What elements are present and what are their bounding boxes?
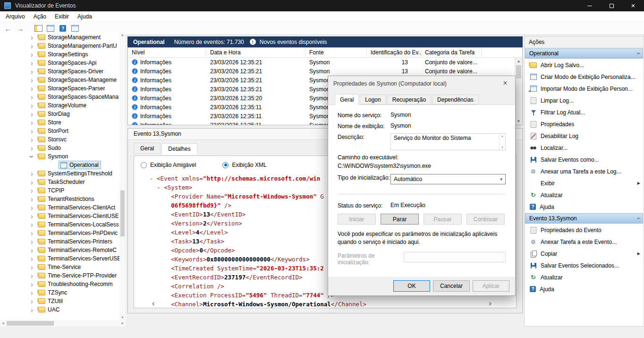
action-propriedades-do-evento[interactable]: Propriedades do Evento (525, 224, 644, 236)
detail-tab-detalhes[interactable]: Detalhes (161, 143, 197, 155)
tree-item-storagespaces-driver[interactable]: ›StorageSpaces-Driver (0, 67, 119, 76)
tree-item-store[interactable]: ›Store (0, 118, 119, 127)
maximize-button[interactable] (601, 0, 622, 11)
scroll-left-icon[interactable]: ◄ (1, 321, 5, 325)
chevron-collapsed-icon[interactable]: › (29, 212, 34, 220)
chevron-collapsed-icon[interactable]: › (29, 289, 34, 296)
scroll-up-icon[interactable]: ▲ (119, 33, 126, 36)
tree-item-tzsync[interactable]: ›TZSync (0, 288, 119, 297)
tree-item-storagespaces-api[interactable]: ›StorageSpaces-Api (0, 59, 119, 67)
chevron-collapsed-icon[interactable]: › (29, 59, 34, 67)
tree-item-storagespaces-manageme[interactable]: ›StorageSpaces-Manageme (0, 76, 119, 84)
action-propriedades[interactable]: Propriedades (525, 118, 644, 130)
chevron-collapsed-icon[interactable]: › (29, 272, 34, 279)
tree-item-sudo[interactable]: ›Sudo (0, 144, 119, 152)
action-exibir[interactable]: Exibir▶ (525, 177, 644, 189)
tree-item-time-service-ptp-provider[interactable]: ›Time-Service-PTP-Provider (0, 271, 119, 280)
chevron-collapsed-icon[interactable]: › (29, 229, 34, 237)
scroll-down-icon[interactable]: ▼ (501, 146, 504, 149)
chevron-collapsed-icon[interactable]: › (29, 144, 34, 152)
iniciar-button[interactable]: Iniciar (338, 214, 376, 225)
tree-item-stordiag[interactable]: ›StorDiag (0, 110, 119, 118)
tree-item-uac[interactable]: ›UAC (0, 305, 119, 314)
chevron-collapsed-icon[interactable]: › (29, 297, 34, 305)
chevron-collapsed-icon[interactable]: › (29, 42, 34, 50)
scroll-up-icon[interactable]: ▲ (501, 135, 504, 138)
action-filtrar-log-atual[interactable]: Filtrar Log Atual... (525, 106, 644, 118)
tree-item-taskscheduler[interactable]: ›TaskScheduler (0, 178, 119, 186)
aplicar-button[interactable]: Aplicar (473, 280, 509, 292)
minimize-button[interactable] (579, 0, 601, 11)
tree-item-storagemanagement-partu[interactable]: ›StorageManagement-PartU (0, 42, 119, 50)
scrollbar-thumb[interactable] (516, 65, 521, 78)
chevron-collapsed-icon[interactable]: › (29, 238, 34, 245)
tree-item-storagevolume[interactable]: ›StorageVolume (0, 101, 119, 110)
chevron-collapsed-icon[interactable]: › (29, 93, 34, 101)
menu-arquivo[interactable]: Arquivo (1, 11, 29, 22)
scroll-left-icon[interactable]: ‹ (152, 299, 155, 307)
chevron-collapsed-icon[interactable]: › (29, 263, 34, 271)
chevron-collapsed-icon[interactable]: › (29, 170, 34, 177)
continuar-button[interactable]: Continuar (466, 214, 505, 225)
scrollbar-thumb[interactable] (120, 191, 125, 236)
chevron-collapsed-icon[interactable]: › (29, 195, 34, 203)
dialog-tab-dependencias[interactable]: Dependências (432, 95, 479, 104)
startup-params-input[interactable] (404, 252, 506, 262)
tree-item-troubleshooting-recomm[interactable]: ›Troubleshooting-Recomm (0, 280, 119, 288)
close-button[interactable] (622, 0, 644, 11)
column-categoria-da-tarefa[interactable]: Categoria da Tarefa (421, 48, 482, 57)
scroll-down-icon[interactable]: ▼ (515, 119, 522, 123)
chevron-collapsed-icon[interactable]: › (29, 136, 34, 143)
tree-item-terminalservices-pnpdevic[interactable]: ›TerminalServices-PnPDevic (0, 229, 119, 237)
dialog-tab-recuperacao[interactable]: Recuperação (387, 95, 431, 104)
tree-item-storagespaces-spacemana[interactable]: ›StorageSpaces-SpaceMana (0, 93, 119, 101)
menu-ajuda[interactable]: Ajuda (73, 11, 96, 22)
section-evento-13-sysmon[interactable]: Evento 13,Sysmon› (525, 213, 643, 224)
chevron-collapsed-icon[interactable]: › (29, 306, 34, 313)
description-box[interactable]: Serviço do Monitor do Sistema ▲▼ (390, 133, 506, 150)
detail-tab-geral[interactable]: Geral (134, 143, 161, 154)
action-localizar[interactable]: Localizar... (525, 142, 644, 154)
column-identificacao-do-ev[interactable]: Identificação do Ev... (367, 48, 421, 57)
tree-item-terminalservices-serveruse[interactable]: ›TerminalServices-ServerUSE (0, 254, 119, 263)
action-ajuda[interactable]: Ajuda (525, 201, 644, 213)
chevron-collapsed-icon[interactable]: › (29, 34, 34, 41)
action-anexar-uma-tarefa-a-este-log[interactable]: Anexar uma Tarefa a este Log... (525, 165, 644, 177)
tree-item-storagesettings[interactable]: ›StorageSettings (0, 50, 119, 59)
event-row[interactable]: Informações23/03/2026 12:35:21Sysmon13Co… (128, 58, 522, 67)
action-limpar-log[interactable]: Limpar Log... (525, 95, 644, 106)
tree-item-storport[interactable]: ›StorPort (0, 127, 119, 135)
scroll-up-icon[interactable]: ▲ (515, 59, 522, 63)
tree-item-sysmon[interactable]: ›Sysmon (0, 152, 119, 161)
tree-item-storagespaces-parser[interactable]: ›StorageSpaces-Parser (0, 84, 119, 93)
tree-item-terminalservices-clientuse[interactable]: ›TerminalServices-ClientUSE (0, 212, 119, 220)
dialog-tab-geral[interactable]: Geral (335, 94, 359, 105)
tree-item-terminalservices-printers[interactable]: ›TerminalServices-Printers (0, 237, 119, 246)
chevron-collapsed-icon[interactable]: › (29, 178, 34, 186)
column-data-e-hora[interactable]: Data e Hora (206, 48, 305, 57)
action-abrir-log-salvo[interactable]: Abrir Log Salvo... (525, 59, 644, 71)
event-row[interactable]: Informações23/03/2026 12:35:21Sysmon13Co… (128, 67, 522, 76)
chevron-collapsed-icon[interactable]: › (29, 110, 34, 118)
chevron-collapsed-icon[interactable]: › (29, 102, 34, 109)
tree-horizontal-scrollbar[interactable]: ◄ ► (0, 320, 126, 327)
column-fonte[interactable]: Fonte (305, 48, 367, 57)
scroll-right-icon[interactable]: ► (121, 321, 124, 325)
ok-button[interactable]: OK (393, 280, 430, 292)
chevron-collapsed-icon[interactable]: › (29, 246, 34, 254)
tree-item-terminalservices-localsess[interactable]: ›TerminalServices-LocalSess (0, 220, 119, 229)
radio-exibicao-amigavel[interactable]: Exibição Amigável (141, 162, 196, 168)
tree-item-time-service[interactable]: ›Time-Service (0, 263, 119, 271)
action-ajuda[interactable]: Ajuda (525, 283, 644, 295)
action-copiar[interactable]: Copiar▶ (525, 248, 644, 260)
chevron-collapsed-icon[interactable]: › (29, 85, 34, 92)
scrollbar-thumb[interactable] (7, 321, 54, 326)
action-desabilitar-log[interactable]: Desabilitar Log (525, 130, 644, 142)
dialog-close-button[interactable] (495, 76, 515, 90)
tree-item-tzutil[interactable]: ›TZUtil (0, 297, 119, 305)
pausar-button[interactable]: Pausar (424, 214, 462, 225)
tree-item-tcpip[interactable]: ›TCPIP (0, 186, 119, 195)
dialog-tab-logon[interactable]: Logon (360, 95, 386, 104)
chevron-collapsed-icon[interactable]: › (29, 68, 34, 75)
chevron-collapsed-icon[interactable]: › (29, 221, 34, 228)
